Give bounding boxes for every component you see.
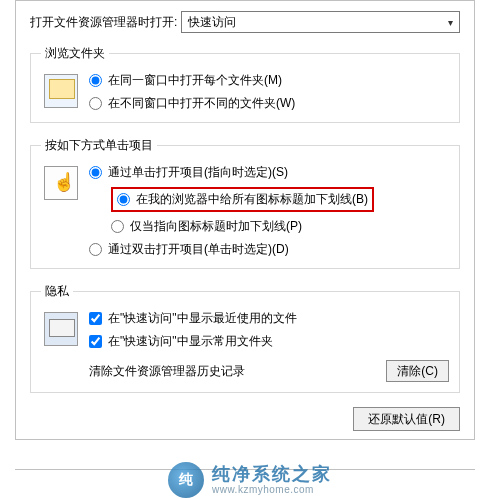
radio-double-click-input[interactable] bbox=[89, 243, 102, 256]
highlight-border: 在我的浏览器中给所有图标标题加下划线(B) bbox=[111, 187, 374, 212]
open-explorer-combo[interactable]: 快速访问 ▾ bbox=[181, 11, 460, 33]
browse-folders-legend: 浏览文件夹 bbox=[41, 45, 109, 62]
check-recent-files-input[interactable] bbox=[89, 312, 102, 325]
click-items-group: 按如下方式单击项目 通过单击打开项目(指向时选定)(S) 在我的浏览器中给所有图… bbox=[30, 137, 460, 269]
check-frequent-folders-input[interactable] bbox=[89, 335, 102, 348]
single-click-icon bbox=[44, 166, 78, 200]
browse-folders-group: 浏览文件夹 在同一窗口中打开每个文件夹(M) 在不同窗口中打开不同的文件夹(W) bbox=[30, 45, 460, 123]
radio-diff-window[interactable]: 在不同窗口中打开不同的文件夹(W) bbox=[89, 95, 449, 112]
privacy-icon bbox=[44, 312, 78, 346]
check-frequent-folders-label: 在"快速访问"中显示常用文件夹 bbox=[108, 333, 273, 350]
clear-history-label: 清除文件资源管理器历史记录 bbox=[89, 363, 378, 380]
check-frequent-folders[interactable]: 在"快速访问"中显示常用文件夹 bbox=[89, 333, 449, 350]
chevron-down-icon: ▾ bbox=[448, 17, 453, 28]
radio-single-click[interactable]: 通过单击打开项目(指向时选定)(S) bbox=[89, 164, 449, 181]
check-recent-files[interactable]: 在"快速访问"中显示最近使用的文件 bbox=[89, 310, 449, 327]
dialog-button-strip bbox=[15, 469, 475, 500]
restore-defaults-button[interactable]: 还原默认值(R) bbox=[353, 407, 460, 431]
open-explorer-combo-value: 快速访问 bbox=[188, 14, 236, 31]
privacy-group: 隐私 在"快速访问"中显示最近使用的文件 在"快速访问"中显示常用文件夹 清除文… bbox=[30, 283, 460, 393]
radio-double-click-label: 通过双击打开项目(单击时选定)(D) bbox=[108, 241, 289, 258]
radio-underline-hover-label: 仅当指向图标标题时加下划线(P) bbox=[130, 218, 302, 235]
clear-button[interactable]: 清除(C) bbox=[386, 360, 449, 382]
radio-diff-window-input[interactable] bbox=[89, 97, 102, 110]
privacy-legend: 隐私 bbox=[41, 283, 73, 300]
radio-same-window-input[interactable] bbox=[89, 74, 102, 87]
radio-underline-all-label: 在我的浏览器中给所有图标标题加下划线(B) bbox=[136, 191, 368, 208]
radio-double-click[interactable]: 通过双击打开项目(单击时选定)(D) bbox=[89, 241, 449, 258]
radio-same-window-label: 在同一窗口中打开每个文件夹(M) bbox=[108, 72, 282, 89]
check-recent-files-label: 在"快速访问"中显示最近使用的文件 bbox=[108, 310, 297, 327]
radio-same-window[interactable]: 在同一窗口中打开每个文件夹(M) bbox=[89, 72, 449, 89]
radio-single-click-input[interactable] bbox=[89, 166, 102, 179]
radio-underline-hover[interactable]: 仅当指向图标标题时加下划线(P) bbox=[89, 218, 449, 235]
folder-icon bbox=[44, 74, 78, 108]
radio-underline-all-input[interactable] bbox=[117, 193, 130, 206]
open-explorer-label: 打开文件资源管理器时打开: bbox=[30, 14, 177, 31]
radio-single-click-label: 通过单击打开项目(指向时选定)(S) bbox=[108, 164, 288, 181]
click-items-legend: 按如下方式单击项目 bbox=[41, 137, 157, 154]
radio-underline-hover-input[interactable] bbox=[111, 220, 124, 233]
radio-diff-window-label: 在不同窗口中打开不同的文件夹(W) bbox=[108, 95, 295, 112]
